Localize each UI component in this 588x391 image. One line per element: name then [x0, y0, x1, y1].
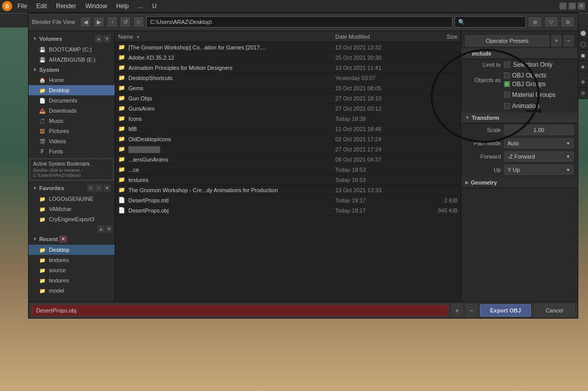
material-groups-row: Material Groups — [461, 89, 578, 100]
sidebar-recent-model[interactable]: 📁 model — [29, 285, 115, 296]
table-row[interactable]: 📁 ...ce Today 18:53 — [115, 165, 461, 175]
vp-icon-xray[interactable]: ⊘ — [577, 88, 588, 99]
transform-section-header[interactable]: ▼ Transform — [461, 113, 578, 123]
recent-close-btn[interactable]: ✕ — [59, 236, 67, 243]
geometry-section-header[interactable]: ▶ Geometry — [461, 177, 578, 188]
fb-forward-button[interactable]: ▶ — [93, 16, 104, 28]
table-row[interactable]: 📁 MB 11 Oct 2021 18:46 — [115, 124, 461, 134]
maximize-button[interactable]: □ — [569, 3, 576, 10]
sidebar-item-downloads[interactable]: 📥 Downloads — [29, 106, 115, 116]
material-groups-checkbox[interactable] — [504, 92, 510, 98]
sidebar-recent-desktop[interactable]: 📁 Desktop — [29, 245, 115, 255]
vp-icon-solid[interactable]: ◼ — [577, 50, 588, 61]
table-row[interactable]: 📁 DesktopShortcuts Yesterday 03:07 — [115, 73, 461, 83]
sidebar-item-bootcamp[interactable]: 💾 BOOTCAMP (C:) — [29, 44, 115, 55]
sidebar-item-videos[interactable]: 🎬 Videos — [29, 136, 115, 146]
obj-groups-checkbox[interactable]: ✓ — [504, 81, 510, 87]
toolbar-menu-render[interactable]: Render — [52, 2, 80, 11]
table-row[interactable]: 📁 Gems 15 Oct 2021 08:05 — [115, 83, 461, 93]
vp-icon-overlay[interactable]: ⊕ — [577, 76, 588, 88]
table-row[interactable]: 📁 OldDesktopIcons 02 Oct 2021 17:24 — [115, 134, 461, 144]
sidebar-scroll-up[interactable]: ▲ — [97, 225, 104, 232]
favorites-down-btn[interactable]: − — [95, 185, 102, 192]
sidebar-item-desktop[interactable]: 📁 Desktop — [29, 85, 115, 95]
cancel-button[interactable]: Cancel — [534, 304, 575, 317]
fb-favorites-header[interactable]: ▼ Favorites + − ▼ — [29, 183, 115, 194]
fb-view-button[interactable]: ⊞ — [528, 16, 542, 28]
toolbar-menu-window[interactable]: Window — [81, 2, 111, 11]
up-dropdown[interactable]: Y Up ▼ — [504, 165, 574, 175]
sidebar-item-home[interactable]: 🏠 Home — [29, 75, 115, 85]
table-row[interactable]: 📁 ████████ 27 Oct 2021 17:24 — [115, 144, 461, 154]
table-row[interactable]: 📄 DesertProps.obj Today 19:17 945 KiB — [115, 205, 461, 216]
favorites-scroll-btn[interactable]: ▼ — [103, 185, 111, 192]
operator-presets-dropdown[interactable]: Operator Presets — [465, 35, 549, 46]
forward-dropdown[interactable]: -Z Forward ▼ — [504, 151, 574, 162]
fb-system-header[interactable]: ▼ System — [29, 65, 115, 75]
col-header-size[interactable]: Size — [417, 34, 458, 40]
vp-icon-wire[interactable]: ◯ — [577, 39, 588, 50]
sidebar-recent-textures[interactable]: 📁 textures — [29, 255, 115, 265]
volumes-collapse-btn[interactable]: ▲ — [95, 35, 102, 42]
toolbar-menu-help[interactable]: Help — [112, 2, 133, 11]
toolbar-menu-file[interactable]: File — [13, 2, 31, 11]
toolbar-menu-edit[interactable]: Edit — [32, 2, 51, 11]
fb-search-bar[interactable]: 🔍 — [455, 16, 526, 28]
sidebar-scroll-down[interactable]: ▼ — [105, 225, 113, 232]
table-row[interactable]: 📁 Animation Principles for Motion Design… — [115, 63, 461, 73]
scale-field[interactable]: 1.00 — [504, 125, 574, 135]
export-obj-button[interactable]: Export OBJ — [480, 304, 531, 317]
close-button[interactable]: ✕ — [578, 3, 585, 10]
fb-parent-button[interactable]: ↑ — [106, 16, 118, 28]
sidebar-item-arazbigusb[interactable]: 💾 ARAZBIGUSB (E:) — [29, 55, 115, 65]
toolbar-menu-dots[interactable]: ... — [134, 2, 147, 11]
sidebar-item-cryengine[interactable]: 📁 CryEngineExport3 — [29, 214, 115, 224]
minimize-button[interactable]: ─ — [559, 3, 567, 10]
file-size-cell: 2 KiB — [417, 197, 458, 203]
folder-icon: 📁 — [118, 187, 125, 193]
operator-preset-add-btn[interactable]: + — [551, 35, 562, 46]
sidebar-recent-source[interactable]: 📁 source — [29, 265, 115, 275]
fb-bookmark-button[interactable]: ☆ — [133, 16, 144, 28]
vp-icon-sphere[interactable]: ⬤ — [577, 28, 588, 39]
toolbar-menu-u[interactable]: U — [148, 2, 161, 11]
include-section-header[interactable]: ▼ Include — [461, 48, 578, 59]
operator-preset-remove-btn[interactable]: − — [564, 35, 574, 46]
table-row[interactable]: 📁 textures Today 18:53 — [115, 175, 461, 185]
table-row[interactable]: 📁 Gun Objs 27 Oct 2021 18:10 — [115, 93, 461, 103]
sidebar-item-pictures[interactable]: 🖼 Pictures — [29, 126, 115, 136]
table-row[interactable]: 📁 Adobe.XD.35.2.12 25 Oct 2021 20:30 — [115, 53, 461, 63]
fb-path-bar[interactable]: C:\Users\ARAZ\Desktop\ — [146, 16, 452, 28]
obj-objects-checkbox[interactable] — [504, 72, 510, 79]
vp-icon-render[interactable]: ◈ — [577, 61, 588, 72]
table-row[interactable]: 📄 DesertProps.mtl Today 19:17 2 KiB — [115, 195, 461, 205]
fb-volumes-header[interactable]: ▼ Volumes ▲ ▼ — [29, 33, 115, 44]
table-row[interactable]: 📁 GunsAnim 27 Oct 2021 03:12 — [115, 103, 461, 114]
footer-plus-button[interactable]: + — [451, 304, 463, 317]
col-header-date[interactable]: Date Modified — [335, 34, 417, 40]
table-row[interactable]: 📁 Icons Today 18:39 — [115, 114, 461, 124]
sidebar-recent-textures2[interactable]: 📁 textures — [29, 275, 115, 285]
fb-filter-button[interactable]: ▽ — [544, 16, 558, 28]
sidebar-item-documents[interactable]: 📄 Documents — [29, 95, 115, 106]
table-row[interactable]: 📁 The Gnomon Workshop - Cre...dy Animati… — [115, 185, 461, 195]
fb-settings-button[interactable]: ⚙ — [560, 16, 575, 28]
favorites-up-btn[interactable]: + — [87, 185, 94, 192]
filename-input[interactable]: DesertProps.obj — [32, 304, 448, 317]
animation-checkbox[interactable] — [504, 103, 510, 109]
selection-only-checkbox[interactable] — [504, 62, 510, 68]
volumes-expand-btn[interactable]: ▼ — [103, 35, 111, 42]
fb-back-button[interactable]: ◀ — [80, 16, 91, 28]
fb-refresh-button[interactable]: ↺ — [120, 16, 131, 28]
path-mode-dropdown[interactable]: Auto ▼ — [504, 138, 574, 148]
col-header-name[interactable]: Name ▼ — [118, 34, 335, 40]
sidebar-item-logos[interactable]: 📁 LOGOsGENUINE — [29, 194, 115, 204]
table-row[interactable]: 📁 [The Gnomon Workshop] Co...ation for G… — [115, 42, 461, 53]
footer-minus-button[interactable]: − — [466, 304, 477, 317]
favorites-arrow: ▼ — [33, 186, 37, 191]
sidebar-item-music[interactable]: 🎵 Music — [29, 116, 115, 126]
table-row[interactable]: 📁 ...iersGunAnims 06 Oct 2021 04:37 — [115, 154, 461, 165]
fb-recent-header[interactable]: ▼ Recent ✕ — [29, 233, 115, 245]
sidebar-item-vamchar[interactable]: 📁 VAMchar — [29, 204, 115, 214]
sidebar-item-fonts[interactable]: F Fonts — [29, 146, 115, 157]
